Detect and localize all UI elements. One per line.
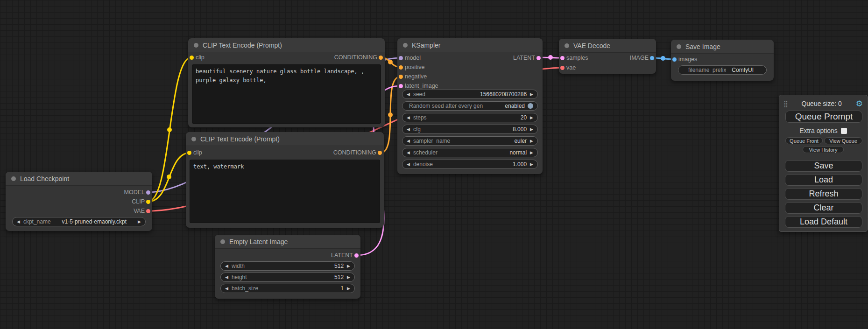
link-midpoint-dot — [548, 55, 553, 60]
node-titlebar[interactable]: VAE Decode — [559, 39, 656, 53]
samples-input-dot[interactable] — [560, 56, 565, 60]
latent-output-dot[interactable] — [536, 56, 541, 60]
widget-value: 20 — [521, 114, 527, 121]
collapse-dot[interactable] — [11, 176, 16, 181]
decrement-arrow-icon[interactable]: ◀ — [407, 139, 410, 143]
vae-output-dot[interactable] — [146, 209, 150, 213]
view-queue-button[interactable]: View Queue — [824, 137, 862, 144]
decrement-arrow-icon[interactable]: ◀ — [225, 264, 228, 268]
collapse-dot[interactable] — [677, 44, 681, 49]
decrement-arrow-icon[interactable]: ◀ — [17, 220, 20, 224]
increment-arrow-icon[interactable]: ▶ — [530, 151, 533, 155]
save-button[interactable]: Save — [785, 160, 862, 172]
increment-arrow-icon[interactable]: ▶ — [347, 264, 350, 268]
seed-widget[interactable]: ◀ seed 156680208700286 ▶ — [402, 90, 538, 99]
widget-value: 512 — [334, 274, 344, 280]
steps-widget[interactable]: ◀ steps 20 ▶ — [402, 113, 538, 122]
ckpt-name-widget[interactable]: ◀ ckpt_name v1-5-pruned-emaonly.ckpt ▶ — [12, 217, 146, 226]
collapse-dot[interactable] — [565, 43, 569, 48]
input-row-images: images — [671, 55, 697, 64]
refresh-button[interactable]: Refresh — [785, 188, 862, 200]
image-output-dot[interactable] — [650, 56, 654, 60]
vae-input-dot[interactable] — [560, 66, 565, 70]
toggle-circle-icon[interactable] — [528, 103, 533, 109]
random-seed-toggle-widget[interactable]: Random seed after every gen enabled — [402, 101, 538, 111]
node-graph-canvas[interactable]: Load Checkpoint MODEL CLIP VAE ◀ ckpt_na… — [0, 0, 868, 329]
widget-value: 156680208700286 — [480, 91, 527, 98]
decrement-arrow-icon[interactable]: ◀ — [225, 287, 228, 291]
node-titlebar[interactable]: KSampler — [397, 38, 543, 52]
increment-arrow-icon[interactable]: ▶ — [530, 92, 533, 97]
collapse-dot[interactable] — [191, 137, 196, 141]
increment-arrow-icon[interactable]: ▶ — [530, 162, 533, 167]
queue-front-button[interactable]: Queue Front — [785, 137, 823, 144]
gear-icon[interactable]: ⚙ — [856, 100, 863, 108]
positive-input-dot[interactable] — [399, 65, 403, 70]
node-clip-text-encode-positive[interactable]: CLIP Text Encode (Prompt) clip CONDITION… — [188, 38, 385, 127]
decrement-arrow-icon[interactable]: ◀ — [407, 127, 410, 132]
decrement-arrow-icon[interactable]: ◀ — [407, 151, 410, 155]
clip-output-dot[interactable] — [146, 200, 150, 204]
clip-input-dot[interactable] — [187, 151, 191, 155]
node-ksampler[interactable]: KSampler model LATENT positive negative … — [397, 38, 543, 174]
increment-arrow-icon[interactable]: ▶ — [347, 275, 350, 280]
increment-arrow-icon[interactable]: ▶ — [530, 116, 533, 120]
latent-image-input-dot[interactable] — [399, 84, 403, 88]
node-titlebar[interactable]: CLIP Text Encode (Prompt) — [186, 132, 384, 146]
node-titlebar[interactable]: Load Checkpoint — [6, 172, 152, 186]
model-input-dot[interactable] — [399, 56, 403, 60]
conditioning-output-dot[interactable] — [378, 151, 382, 155]
node-titlebar[interactable]: Save Image — [671, 40, 774, 54]
input-label: clip — [193, 149, 202, 156]
node-titlebar[interactable]: Empty Latent Image — [215, 235, 360, 249]
link-midpoint-dot — [167, 127, 172, 132]
widget-label: sampler_name — [413, 138, 450, 144]
clip-input-dot[interactable] — [190, 56, 194, 60]
increment-arrow-icon[interactable]: ▶ — [530, 127, 533, 132]
increment-arrow-icon[interactable]: ▶ — [138, 220, 141, 224]
batch-size-widget[interactable]: ◀ batch_size 1 ▶ — [220, 284, 355, 293]
images-input-dot[interactable] — [672, 57, 677, 62]
wire-clip-to-positive — [148, 57, 191, 202]
clear-button[interactable]: Clear — [785, 202, 862, 214]
decrement-arrow-icon[interactable]: ◀ — [225, 275, 228, 280]
denoise-widget[interactable]: ◀ denoise 1.000 ▶ — [402, 160, 538, 169]
output-row-latent: LATENT — [513, 53, 543, 63]
load-default-button[interactable]: Load Default — [785, 216, 862, 228]
width-widget[interactable]: ◀ width 512 ▶ — [220, 261, 355, 271]
collapse-dot[interactable] — [220, 239, 225, 244]
scheduler-widget[interactable]: ◀ scheduler normal ▶ — [402, 148, 538, 157]
node-vae-decode[interactable]: VAE Decode samples IMAGE vae — [559, 39, 656, 74]
filename-prefix-widget[interactable]: filename_prefix ComfyUI — [678, 65, 767, 75]
drag-handle-icon[interactable]: ⣿ — [783, 100, 788, 107]
node-titlebar[interactable]: CLIP Text Encode (Prompt) — [188, 38, 385, 52]
positive-prompt-textarea[interactable]: beautiful scenery nature glass bottle la… — [192, 64, 381, 124]
sampler-name-widget[interactable]: ◀ sampler_name euler ▶ — [402, 136, 538, 146]
decrement-arrow-icon[interactable]: ◀ — [407, 162, 410, 167]
decrement-arrow-icon[interactable]: ◀ — [407, 116, 410, 120]
increment-arrow-icon[interactable]: ▶ — [347, 287, 350, 291]
node-save-image[interactable]: Save Image images filename_prefix ComfyU… — [671, 40, 774, 81]
widget-label: filename_prefix — [688, 67, 726, 73]
extra-options-checkbox[interactable] — [841, 128, 847, 134]
widget-label: denoise — [413, 161, 433, 168]
node-empty-latent-image[interactable]: Empty Latent Image LATENT ◀ width 512 ▶ … — [215, 235, 360, 299]
node-load-checkpoint[interactable]: Load Checkpoint MODEL CLIP VAE ◀ ckpt_na… — [6, 172, 152, 231]
negative-prompt-textarea[interactable]: text, watermark — [190, 160, 380, 223]
load-button[interactable]: Load — [785, 174, 862, 186]
view-history-button[interactable]: View History — [803, 146, 844, 153]
model-output-dot[interactable] — [146, 190, 150, 195]
collapse-dot[interactable] — [403, 43, 408, 48]
node-title: Load Checkpoint — [20, 175, 69, 182]
collapse-dot[interactable] — [194, 43, 198, 48]
cfg-widget[interactable]: ◀ cfg 8.000 ▶ — [402, 125, 538, 134]
widget-label: width — [232, 263, 245, 269]
decrement-arrow-icon[interactable]: ◀ — [407, 92, 410, 97]
conditioning-output-dot[interactable] — [379, 56, 383, 60]
increment-arrow-icon[interactable]: ▶ — [530, 139, 533, 143]
queue-prompt-button[interactable]: Queue Prompt — [785, 111, 862, 123]
height-widget[interactable]: ◀ height 512 ▶ — [220, 273, 355, 282]
node-clip-text-encode-negative[interactable]: CLIP Text Encode (Prompt) clip CONDITION… — [186, 132, 384, 228]
latent-output-dot[interactable] — [354, 253, 359, 258]
negative-input-dot[interactable] — [399, 75, 403, 79]
